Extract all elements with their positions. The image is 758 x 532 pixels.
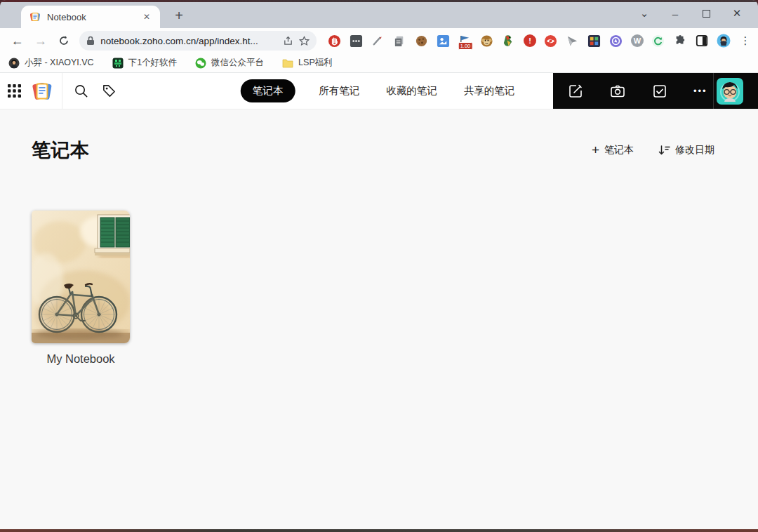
pen-extension-icon[interactable] bbox=[371, 34, 385, 48]
maximize-icon bbox=[703, 10, 710, 18]
tab-all-notes[interactable]: 所有笔记 bbox=[316, 79, 362, 102]
flag-extension-icon[interactable]: 1.00 bbox=[458, 34, 472, 48]
header-divider bbox=[62, 73, 62, 109]
browser-menu-icon[interactable]: ⋮ bbox=[738, 34, 752, 48]
close-button[interactable]: ✕ bbox=[722, 4, 752, 23]
new-note-button[interactable] bbox=[567, 83, 584, 100]
forward-button[interactable]: → bbox=[31, 31, 50, 51]
plus-icon: + bbox=[592, 145, 599, 155]
bookmark-label: 微信公众平台 bbox=[211, 57, 264, 69]
wechat-bookmark-icon bbox=[195, 58, 206, 69]
bookmark-label: 小羿 - XIAOYI.VC bbox=[25, 57, 94, 69]
new-tab-button[interactable]: + bbox=[170, 7, 188, 25]
sync-extension-icon[interactable] bbox=[651, 34, 665, 48]
more-options-icon[interactable]: ••• bbox=[693, 83, 707, 100]
window-bottom-border bbox=[0, 529, 758, 532]
bookmark-item[interactable]: 小羿 - XIAOYI.VC bbox=[8, 57, 94, 69]
lock-icon bbox=[86, 36, 95, 46]
tab-title: Notebook bbox=[47, 12, 140, 22]
error-extension-icon[interactable]: ! bbox=[524, 34, 536, 47]
abcd-grid-extension-icon[interactable] bbox=[587, 34, 601, 48]
notebook-nav-tabs: 笔记本 所有笔记 收藏的笔记 共享的笔记 bbox=[241, 73, 518, 109]
flag-extension-badge: 1.00 bbox=[458, 42, 473, 50]
notebook-name: My Notebook bbox=[32, 352, 130, 366]
reload-icon bbox=[58, 35, 69, 46]
page-title: 笔记本 bbox=[32, 138, 90, 163]
url-text[interactable]: notebook.zoho.com.cn/app/index.ht... bbox=[100, 36, 277, 46]
header-actions-bar: ••• bbox=[553, 73, 758, 109]
browser-tab-strip: Notebook ✕ + ⌄ – ✕ bbox=[0, 0, 758, 28]
browser-tab[interactable]: Notebook ✕ bbox=[21, 6, 160, 28]
bookmark-item[interactable]: 下1个好软件 bbox=[112, 57, 177, 69]
notebook-logo-icon bbox=[32, 81, 53, 102]
tab-shared-notes[interactable]: 共享的笔记 bbox=[461, 79, 518, 102]
bookmark-label: LSP福利 bbox=[298, 57, 333, 69]
monkey-extension-icon[interactable] bbox=[480, 34, 494, 48]
tab-notebooks[interactable]: 笔记本 bbox=[241, 79, 295, 102]
notebook-app-header: 笔记本 所有笔记 收藏的笔记 共享的笔记 bbox=[0, 73, 758, 109]
cursor-extension-icon[interactable] bbox=[566, 34, 580, 48]
cookie-extension-icon[interactable] bbox=[415, 34, 429, 48]
pixel-app-bookmark-icon bbox=[112, 58, 124, 69]
folder-bookmark-icon bbox=[282, 58, 293, 68]
user-avatar[interactable] bbox=[717, 78, 743, 105]
extensions-row: 1.00 ! W bbox=[328, 34, 752, 48]
bicycle-cover-art bbox=[32, 211, 130, 343]
tag-icon bbox=[102, 84, 117, 98]
share-icon[interactable] bbox=[283, 36, 293, 46]
apps-grid-button[interactable] bbox=[0, 73, 28, 109]
checklist-note-button[interactable] bbox=[651, 83, 668, 100]
apps-grid-icon bbox=[8, 84, 21, 98]
browser-toolbar: ← → notebook.zoho.com.cn/app/index.ht... bbox=[0, 28, 758, 53]
photo-note-button[interactable] bbox=[609, 83, 626, 100]
dark-dots-extension-icon[interactable] bbox=[350, 34, 364, 48]
browser-window: Notebook ✕ + ⌄ – ✕ ← → notebook.zoho.com… bbox=[0, 0, 758, 532]
sort-desc-icon bbox=[658, 145, 670, 156]
eye-off-extension-icon[interactable] bbox=[544, 34, 558, 48]
sort-label: 修改日期 bbox=[675, 144, 714, 157]
notebook-cover-image[interactable] bbox=[32, 211, 130, 343]
avatar-bookmark-icon bbox=[8, 58, 20, 69]
tab-close-icon[interactable]: ✕ bbox=[140, 11, 153, 23]
copy-pages-extension-icon[interactable] bbox=[393, 34, 407, 48]
minimize-button[interactable]: – bbox=[660, 4, 691, 23]
notebook-app-logo[interactable] bbox=[28, 73, 56, 109]
search-button[interactable] bbox=[67, 73, 95, 109]
parrot-extension-icon[interactable] bbox=[502, 34, 516, 48]
w-extension-icon[interactable]: W bbox=[631, 34, 644, 47]
extensions-puzzle-icon[interactable] bbox=[673, 34, 687, 48]
reload-button[interactable] bbox=[54, 31, 73, 51]
checkbox-icon bbox=[651, 83, 668, 100]
back-button[interactable]: ← bbox=[8, 31, 27, 51]
sort-button[interactable]: 修改日期 bbox=[658, 144, 714, 157]
tab-favorite-notes[interactable]: 收藏的笔记 bbox=[383, 79, 440, 102]
compass-extension-icon[interactable] bbox=[609, 34, 623, 48]
compose-icon bbox=[567, 83, 584, 100]
notebook-card[interactable]: My Notebook bbox=[32, 211, 130, 366]
notebooks-page: 笔记本 + 笔记本 修改日期 bbox=[0, 109, 758, 529]
user-avatar-image bbox=[717, 78, 743, 105]
image-extension-icon[interactable] bbox=[437, 34, 451, 48]
adblock-extension-icon[interactable] bbox=[328, 34, 342, 48]
side-panel-icon[interactable] bbox=[695, 34, 709, 48]
notebook-favicon bbox=[29, 11, 41, 22]
tab-search-icon[interactable]: ⌄ bbox=[629, 4, 660, 23]
bookmark-label: 下1个好软件 bbox=[128, 57, 177, 69]
add-notebook-label: 笔记本 bbox=[604, 144, 634, 157]
address-bar[interactable]: notebook.zoho.com.cn/app/index.ht... bbox=[79, 31, 317, 51]
bookmark-item[interactable]: LSP福利 bbox=[282, 57, 333, 69]
maximize-button[interactable] bbox=[691, 4, 722, 23]
add-notebook-button[interactable]: + 笔记本 bbox=[592, 144, 634, 157]
profile-avatar[interactable] bbox=[717, 34, 731, 48]
bookmark-item[interactable]: 微信公众平台 bbox=[195, 57, 264, 69]
bookmark-star-icon[interactable] bbox=[299, 36, 310, 46]
search-icon bbox=[74, 84, 88, 98]
header-divider bbox=[713, 73, 714, 109]
bookmarks-bar: 小羿 - XIAOYI.VC 下1个好软件 微信公众平台 LSP福利 bbox=[0, 53, 758, 73]
camera-icon bbox=[609, 83, 626, 100]
tags-button[interactable] bbox=[95, 73, 123, 109]
